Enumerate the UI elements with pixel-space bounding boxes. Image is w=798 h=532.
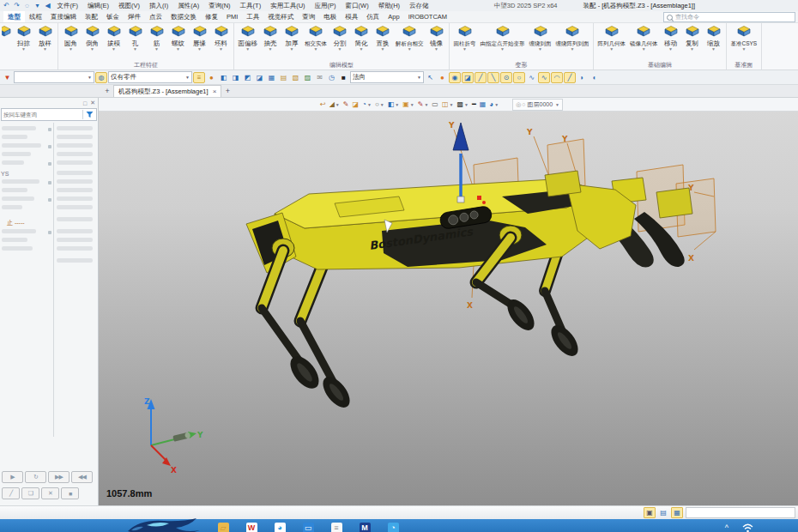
ribbon-button[interactable]: 倒角▼ [82, 24, 103, 51]
bulb-icon[interactable]: ◎ [516, 101, 521, 108]
ribbon-button[interactable]: 解析自相交▼ [394, 24, 426, 51]
split-view-icon[interactable]: ◫▼ [442, 99, 454, 111]
command-search-box[interactable]: 查找命令 [663, 12, 795, 22]
section-view-icon[interactable]: ▣▼ [402, 99, 414, 111]
tree-row-skeleton[interactable] [57, 152, 93, 156]
tree-row-skeleton[interactable] [57, 171, 93, 175]
ribbon-tab[interactable]: 查询 [298, 11, 319, 22]
menu-item[interactable]: 云存储 [405, 0, 434, 11]
tree-item-stop[interactable]: 止 ----- [7, 219, 25, 227]
menu-item[interactable]: 窗口(W) [341, 0, 373, 11]
close-panel-icon[interactable]: ✕ [90, 100, 95, 106]
ribbon-button[interactable]: 孔▼ [124, 24, 146, 51]
tree-search-box[interactable] [1, 108, 97, 121]
robot-dog-model[interactable]: BostonDynamics [99, 111, 798, 505]
lock-icon[interactable]: ● [206, 72, 217, 83]
layer-circle-icon[interactable]: ○ [522, 101, 525, 107]
tree-row-skeleton[interactable] [57, 126, 93, 130]
ribbon-button[interactable]: 螺纹▼ [167, 24, 189, 51]
delete-button[interactable]: ✕ [41, 487, 59, 499]
image-icon[interactable]: ▨ [302, 72, 313, 83]
filter-edge-icon[interactable]: ◨ [230, 72, 241, 83]
ribbon-button[interactable]: 缠绕到面▼ [527, 24, 553, 51]
ribbon-button[interactable]: 抽壳▼ [260, 24, 281, 51]
flip-page-button[interactable]: ❏ [21, 487, 39, 499]
menu-item[interactable]: 工具(T) [235, 0, 266, 11]
play-button[interactable]: ▶ [2, 471, 23, 483]
snap-plane-icon[interactable]: ◪ [462, 72, 474, 83]
loop-play-button[interactable]: ↻ [25, 471, 46, 483]
ribbon-tab[interactable]: App [384, 11, 403, 22]
frame-icon[interactable]: ▦ [480, 99, 487, 111]
notepad-icon[interactable]: ≡ [324, 519, 348, 532]
new-tab-button[interactable]: + [221, 86, 233, 97]
orientation-dropdown[interactable]: 法向▼ [350, 71, 424, 83]
dropdown-caret-icon[interactable]: ▾ [33, 0, 42, 11]
pick-cursor-icon[interactable]: ↖ [425, 72, 436, 83]
filter-body-icon[interactable]: ◪ [254, 72, 265, 83]
scope-dropdown[interactable]: 仅有零件▼ [108, 71, 192, 83]
tree-row-skeleton[interactable] [2, 143, 41, 148]
ribbon-tab[interactable]: 造型 [3, 11, 25, 22]
pin-panel-icon[interactable]: □ [83, 100, 87, 106]
ribbon-tab[interactable]: 模具 [341, 11, 362, 22]
ribbon-button[interactable]: 缩放▼ [703, 24, 724, 51]
select-face-icon[interactable]: ◗ [577, 72, 588, 83]
ribbon-button[interactable]: 唇缘▼ [189, 24, 210, 51]
ribbon-tab[interactable]: 工具 [242, 11, 263, 22]
monitor-icon[interactable]: ▤ [658, 508, 668, 517]
blue-app-icon[interactable]: ▭ [296, 519, 320, 532]
curvature-icon[interactable]: ✎▼ [418, 99, 429, 111]
close-tab-icon[interactable]: × [213, 88, 217, 95]
zoom-window-icon[interactable]: ▭ [432, 99, 438, 111]
filter-vertex-icon[interactable]: ◩ [242, 72, 253, 83]
filter-sketch-icon[interactable]: ▦ [266, 72, 277, 83]
ribbon-tab[interactable]: 焊件 [124, 11, 145, 22]
filter-face-icon[interactable]: ◧ [218, 72, 229, 83]
tree-row-skeleton[interactable] [2, 135, 27, 139]
tree-search-input[interactable] [2, 112, 82, 118]
folder-icon[interactable]: ▧ [290, 72, 301, 83]
ribbon-button[interactable]: 面偏移▼ [236, 24, 260, 51]
tree-row-skeleton[interactable] [2, 188, 27, 192]
ribbon-button[interactable]: 加厚▼ [281, 24, 303, 51]
viewport-3d[interactable]: BostonDynamics [99, 98, 798, 505]
point-snap-icon[interactable]: ● [437, 72, 448, 83]
menu-item[interactable]: 查询(N) [204, 0, 235, 11]
snap-line2-icon[interactable]: ╲ [487, 72, 499, 83]
document-tab-active[interactable]: 机器狗模型.Z3 - [Assemblage1] × [113, 85, 221, 97]
folder-icon[interactable]: ▱ [211, 519, 235, 532]
ribbon-tab[interactable]: 装配 [81, 11, 102, 22]
history-icon[interactable]: ▤ [278, 72, 289, 83]
refresh-icon[interactable]: ◌ [22, 0, 32, 11]
tree-row-skeleton[interactable] [57, 188, 93, 192]
wps-icon[interactable]: W [239, 519, 263, 532]
tree-row-skeleton[interactable] [57, 205, 93, 209]
ribbon-tab[interactable]: PMI [222, 11, 242, 22]
line-width-icon[interactable]: ━ [472, 99, 476, 111]
ribbon-button[interactable]: 复制▼ [681, 24, 703, 51]
color-swatch-button[interactable]: ■ [61, 487, 79, 499]
menu-item[interactable]: 文件(F) [52, 0, 83, 11]
collapse-icon[interactable]: ◀ [43, 0, 52, 11]
appearance-icon[interactable]: ◕▼ [489, 99, 499, 111]
rewind-button[interactable]: ◀◀ [71, 471, 93, 483]
ribbon-button[interactable]: 扫掠▼ [13, 24, 34, 51]
snap-circle-icon[interactable]: ◉ [449, 72, 461, 83]
ribbon-button[interactable]: 分割▼ [329, 24, 351, 51]
tree-row-skeleton[interactable] [57, 179, 93, 184]
tree-row-skeleton[interactable] [57, 229, 93, 233]
fast-forward-button[interactable]: ▶▶ [48, 471, 70, 483]
selection-filter-dropdown[interactable]: ▼ [14, 71, 94, 83]
curve-icon[interactable]: ∿ [526, 72, 537, 83]
swatch-icon[interactable]: ■ [338, 72, 349, 83]
tree-row-skeleton[interactable] [57, 217, 93, 221]
ribbon-button[interactable]: 镜像▼ [426, 24, 447, 51]
clock-icon[interactable]: ◷ [326, 72, 337, 83]
ribbon-tab[interactable]: IROBOTCAM [404, 11, 451, 22]
menu-item[interactable]: 视图(V) [114, 0, 145, 11]
tree-row-skeleton[interactable] [57, 238, 93, 242]
tree-row-skeleton[interactable] [57, 196, 93, 201]
snap-arc-icon[interactable]: ◠ [551, 72, 563, 83]
display-filter-icon[interactable]: ≡ [193, 72, 205, 83]
